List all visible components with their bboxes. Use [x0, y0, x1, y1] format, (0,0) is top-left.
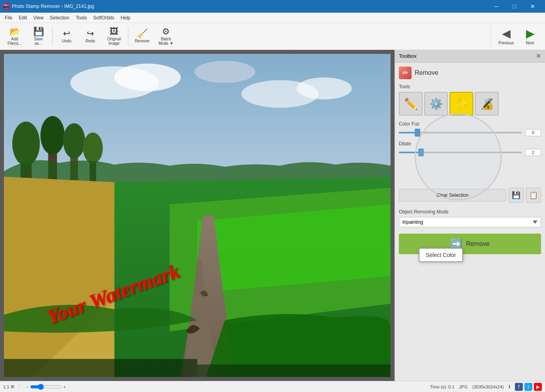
dimensions-label: (3035x3024x24): [472, 384, 504, 389]
save-as-label: Saveas...: [34, 37, 43, 46]
color-fuzz-thumb[interactable]: [415, 129, 420, 137]
dilate-thumb[interactable]: [418, 148, 424, 156]
menu-help[interactable]: Help: [118, 13, 134, 23]
previous-label: Previous: [499, 41, 514, 45]
magic-wand-tool-button[interactable]: ✨: [450, 92, 473, 116]
menu-view[interactable]: View: [30, 13, 47, 23]
image-container[interactable]: Your Watermark: [4, 54, 391, 377]
format-label: JPG: [459, 384, 467, 389]
window-controls: ─ □ ✕: [487, 0, 542, 13]
zoom-minus-icon: −: [26, 384, 28, 389]
original-image-icon: 🖼: [110, 27, 118, 36]
svg-point-4: [297, 77, 352, 99]
undo-button[interactable]: ↩ Undo: [55, 25, 78, 48]
remove-panel-icon: ✏: [399, 67, 412, 79]
zoom-indicator: 1:1 ⊞: [3, 384, 19, 389]
youtube-icon[interactable]: ▶: [534, 383, 542, 391]
tools-row: ✏️ ⚙️ ✨ 🔏: [399, 92, 541, 116]
original-image-button[interactable]: 🖼 OriginalImage: [103, 25, 126, 48]
svg-point-9: [40, 116, 65, 155]
menu-softorbits[interactable]: SoftOrbits: [90, 13, 117, 23]
dilate-section: Dilate Select Color: [399, 141, 541, 156]
time-label: Time (s): 0.1: [430, 384, 454, 389]
zoom-fit-icon: ⊞: [11, 384, 14, 389]
batch-mode-label: BatchMode ▼: [158, 37, 173, 46]
clone-stamp-tool-button[interactable]: 🔏: [475, 92, 499, 116]
status-bar: 1:1 ⊞ − + Time (s): 0.1 JPG (3035x3024x2…: [0, 381, 545, 392]
status-info: Time (s): 0.1 JPG (3035x3024x24) ℹ f t ▶: [430, 383, 542, 391]
selection-row: Clear Selection 💾 📋: [399, 188, 541, 203]
color-fuzz-label: Color Fuz: [399, 121, 541, 127]
facebook-icon[interactable]: f: [515, 383, 523, 391]
undo-label: Undo: [62, 39, 71, 43]
dilate-value[interactable]: [525, 149, 541, 156]
next-arrow-icon: ▶: [526, 28, 534, 40]
save-as-button[interactable]: 💾 Saveas...: [27, 25, 50, 48]
remove-header: ✏ Remove: [399, 67, 541, 79]
color-fuzz-section: Color Fuz: [399, 121, 541, 136]
svg-point-11: [63, 123, 85, 158]
dilate-slider-row: [399, 149, 541, 156]
title-bar: 📷 Photo Stamp Remover - IMG_2141.jpg ─ □…: [0, 0, 545, 13]
clone-stamp-icon: 🔏: [480, 97, 494, 110]
load-selection-icon: 📋: [529, 191, 538, 200]
toolbar-separator-1: [52, 27, 53, 46]
dilate-label: Dilate: [399, 141, 541, 147]
color-fuzz-value[interactable]: [525, 129, 541, 136]
next-button[interactable]: ▶ Next: [518, 25, 542, 48]
svg-point-2: [114, 64, 181, 91]
lasso-tool-button[interactable]: ⚙️: [424, 92, 448, 116]
lasso-icon: ⚙️: [429, 97, 443, 110]
pencil-tool-button[interactable]: ✏️: [399, 92, 423, 116]
photo-canvas[interactable]: Your Watermark: [4, 54, 391, 377]
window-title: Photo Stamp Remover - IMG_2141.jpg: [12, 4, 94, 9]
svg-point-7: [12, 122, 40, 166]
dilate-track[interactable]: [399, 152, 522, 153]
svg-rect-14: [4, 359, 197, 377]
maximize-button[interactable]: □: [505, 0, 524, 13]
dilate-fill: [399, 152, 421, 153]
color-fuzz-track[interactable]: [399, 132, 522, 133]
menu-edit[interactable]: Edit: [15, 13, 30, 23]
pencil-icon: ✏️: [404, 97, 418, 110]
svg-point-13: [83, 133, 103, 164]
save-selection-button[interactable]: 💾: [509, 188, 524, 203]
zoom-slider-container[interactable]: − +: [26, 384, 66, 390]
zoom-slider[interactable]: [30, 384, 62, 390]
save-as-icon: 💾: [33, 27, 44, 36]
previous-button[interactable]: ◀ Previous: [494, 25, 518, 48]
menu-bar: File Edit View Selection Tools SoftOrbit…: [0, 13, 545, 23]
select-color-tooltip: Select Color: [419, 248, 463, 262]
zoom-label: 1:1: [3, 384, 9, 389]
select-color-label: Select Color: [426, 252, 456, 258]
object-removing-mode-select[interactable]: Inpainting Clone Stamp: [399, 217, 541, 227]
twitter-icon[interactable]: t: [524, 383, 532, 391]
clear-selection-button[interactable]: Clear Selection: [399, 189, 506, 202]
prev-arrow-icon: ◀: [502, 28, 510, 40]
navigation-buttons: ◀ Previous ▶ Next: [491, 23, 542, 50]
canvas-area[interactable]: Your Watermark: [0, 50, 394, 381]
close-button[interactable]: ✕: [524, 0, 542, 13]
toolbox-title: Toolbox: [399, 53, 417, 59]
remove-btn-label: Remove: [466, 240, 490, 247]
batch-mode-button[interactable]: ⚙ BatchMode ▼: [154, 25, 177, 48]
remove-panel-title: Remove: [415, 69, 438, 76]
batch-mode-icon: ⚙: [162, 27, 170, 36]
add-files-button[interactable]: 📂 AddFile(s)...: [3, 25, 26, 48]
info-icon[interactable]: ℹ: [509, 384, 510, 389]
toolbox-header: Toolbox ✕: [395, 50, 545, 63]
minimize-button[interactable]: ─: [487, 0, 505, 13]
load-selection-button[interactable]: 📋: [526, 188, 541, 203]
redo-button[interactable]: ↪ Redo: [79, 25, 102, 48]
toolbar-separator-2: [128, 27, 128, 46]
original-image-label: OriginalImage: [107, 37, 121, 46]
menu-selection[interactable]: Selection: [47, 13, 72, 23]
social-links: f t ▶: [515, 383, 542, 391]
toolbox-panel: Toolbox ✕ ✏ Remove Tools ✏️ ⚙️: [394, 50, 545, 381]
remove-button[interactable]: 🧹 Remove: [131, 25, 154, 48]
add-files-label: AddFile(s)...: [8, 37, 22, 46]
menu-file[interactable]: File: [2, 13, 15, 23]
landscape-image: [4, 54, 391, 377]
toolbox-close-button[interactable]: ✕: [536, 52, 541, 60]
menu-tools[interactable]: Tools: [72, 13, 90, 23]
